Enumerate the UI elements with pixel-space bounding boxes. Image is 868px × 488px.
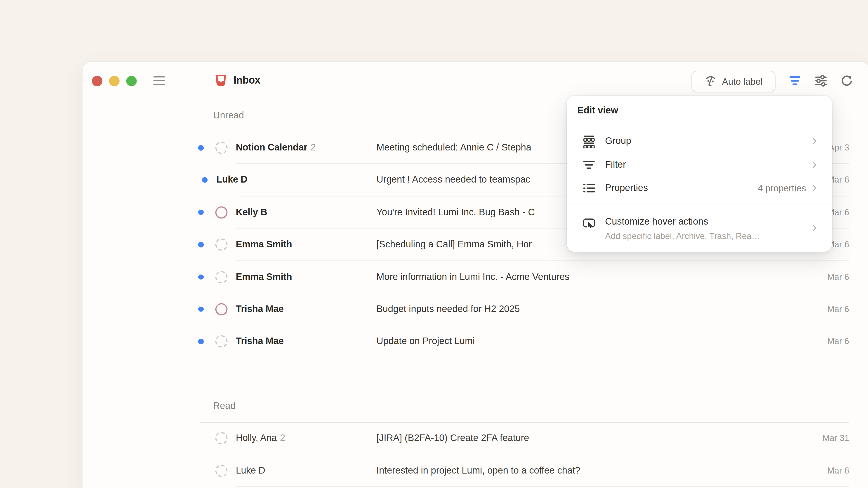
email-subject: [JIRA] (B2FA-10) Create 2FA feature	[376, 433, 529, 444]
email-date: Mar 6	[827, 272, 849, 282]
email-subject: More information in Lumi Inc. - Acme Ven…	[376, 271, 569, 283]
sender-name: Notion Calendar	[236, 142, 307, 153]
edit-view-menu: Edit view Group	[567, 96, 832, 252]
inbox-icon	[214, 74, 228, 87]
avatar[interactable]	[215, 303, 228, 315]
email-row[interactable]: Holly, Ana2 [JIRA] (B2FA-10) Create 2FA …	[83, 422, 868, 455]
email-subject: [Scheduling a Call] Emma Smith, Hor	[376, 239, 532, 250]
email-subject: Meeting scheduled: Annie C / Stepha	[376, 142, 531, 153]
unread-dot	[198, 145, 204, 151]
menu-item-properties[interactable]: Properties 4 properties	[567, 176, 832, 200]
page-title-group: Inbox	[214, 74, 260, 87]
avatar[interactable]	[215, 335, 228, 348]
refresh-icon[interactable]	[840, 74, 853, 88]
menu-item-filter[interactable]: Filter	[567, 153, 832, 177]
email-row[interactable]: Emma Smith More information in Lumi Inc.…	[83, 261, 868, 293]
sender-name: Emma Smith	[236, 271, 292, 282]
section-header-unread: Unread	[213, 110, 244, 121]
avatar[interactable]	[215, 206, 228, 219]
desktop: Inbox Auto label	[0, 0, 868, 488]
unread-dot	[198, 242, 204, 247]
avatar[interactable]	[215, 142, 228, 154]
menu-item-label: Group	[605, 136, 631, 147]
menu-item-label: Properties	[605, 183, 648, 194]
email-date: Mar 31	[823, 433, 849, 443]
page-title: Inbox	[234, 74, 260, 86]
avatar[interactable]	[215, 464, 228, 477]
email-date: Mar 6	[827, 337, 849, 347]
email-subject: Update on Project Lumi	[376, 336, 475, 347]
menu-item-customize-hover-actions[interactable]: Customize hover actions Add specific lab…	[567, 212, 832, 248]
avatar[interactable]	[215, 271, 228, 283]
auto-label-button-label: Auto label	[722, 76, 763, 87]
chevron-right-icon	[812, 224, 817, 232]
close-button[interactable]	[92, 76, 103, 87]
email-row[interactable]: Luke D Interested in project Lumi, open …	[83, 455, 868, 487]
menu-item-label: Customize hover actions	[605, 217, 708, 228]
unread-dot	[198, 306, 204, 312]
sender-name: Luke D	[217, 175, 248, 185]
auto-label-button[interactable]: Auto label	[691, 71, 776, 92]
filter-active-icon[interactable]	[788, 74, 802, 88]
sender-name: Kelly B	[236, 207, 267, 217]
unread-dot	[198, 210, 204, 215]
menu-divider	[567, 203, 832, 204]
filter-icon	[582, 158, 596, 172]
sender-name: Emma Smith	[236, 239, 292, 250]
email-date: Mar 6	[827, 466, 849, 476]
hover-cursor-icon	[582, 216, 596, 230]
properties-list-icon	[582, 181, 596, 196]
menu-item-label: Filter	[605, 160, 626, 170]
chevron-right-icon	[812, 161, 817, 169]
sender-name: Luke D	[236, 465, 265, 476]
email-row[interactable]: Trisha Mae Budget inputs needed for H2 2…	[83, 293, 868, 325]
unread-dot	[202, 177, 207, 183]
email-date: Mar 6	[827, 304, 849, 314]
section-header-read: Read	[213, 400, 236, 412]
chevron-right-icon	[812, 137, 817, 145]
menu-item-group[interactable]: Group	[567, 129, 832, 153]
unread-dot	[198, 274, 204, 280]
group-icon	[582, 134, 596, 149]
email-subject: You're Invited! Lumi Inc. Bug Bash - C	[376, 207, 535, 218]
edit-view-menu-title: Edit view	[577, 105, 618, 116]
view-options-sliders-icon[interactable]	[814, 74, 828, 88]
traffic-lights	[92, 76, 137, 87]
auto-label-wand-icon	[704, 74, 718, 89]
email-subject: Interested in project Lumi, open to a co…	[376, 465, 580, 476]
email-subject: Urgent ! Access needed to teamspac	[376, 175, 530, 186]
thread-count: 2	[311, 142, 316, 153]
menu-item-description: Add specific label, Archive, Trash, Rea…	[605, 231, 760, 241]
minimize-button[interactable]	[109, 76, 120, 87]
chevron-right-icon	[812, 184, 817, 192]
sidebar-menu-button[interactable]	[153, 76, 165, 85]
unread-dot	[198, 339, 204, 344]
sender-name: Trisha Mae	[236, 336, 284, 347]
thread-count: 2	[280, 433, 285, 443]
email-subject: Budget inputs needed for H2 2025	[376, 304, 520, 315]
sender-name: Holly, Ana	[236, 433, 277, 443]
properties-count: 4 properties	[758, 183, 806, 194]
email-row[interactable]: Trisha Mae Update on Project Lumi Mar 6	[83, 325, 868, 358]
zoom-button[interactable]	[126, 76, 137, 87]
avatar[interactable]	[215, 238, 228, 251]
sender-name: Trisha Mae	[236, 304, 284, 314]
avatar[interactable]	[215, 432, 228, 445]
